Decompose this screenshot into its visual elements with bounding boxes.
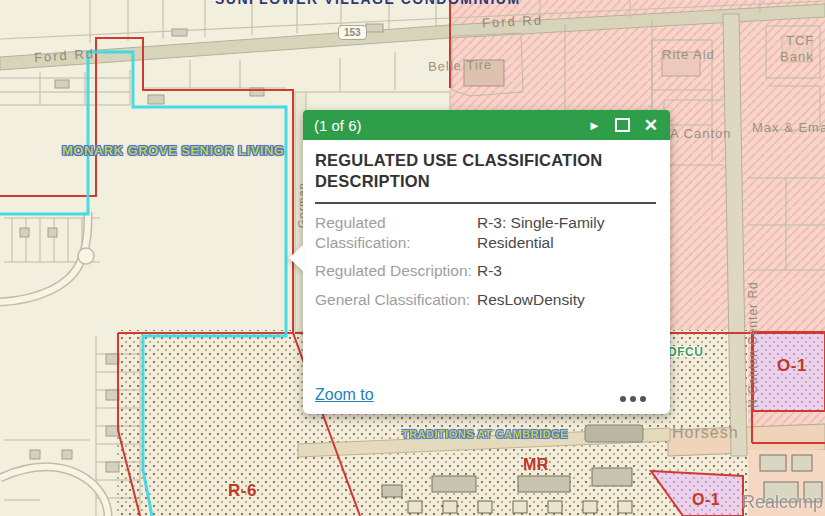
more-options-icon[interactable] — [620, 396, 646, 402]
close-icon[interactable]: ✕ — [644, 115, 658, 136]
feature-info-popup: (1 of 6) ► ✕ REGULATED USE CLASSIFICATIO… — [303, 110, 670, 414]
attribute-value: R-3: Single-Family Residential — [477, 213, 656, 252]
maximize-icon[interactable] — [615, 118, 630, 132]
next-feature-icon[interactable]: ► — [588, 118, 601, 133]
map-screen: SUNFLOWER VILLAGE CONDOMINIUM Ford Rd Fo… — [0, 0, 825, 516]
attribute-label: General Classification: — [315, 290, 477, 310]
attribute-value: R-3 — [477, 261, 656, 281]
attribute-label: Regulated Description: — [315, 261, 477, 281]
popup-title: REGULATED USE CLASSIFICATION DESCRIPTION — [315, 150, 645, 192]
attribute-value: ResLowDensity — [477, 290, 656, 310]
popup-pager: (1 of 6) — [314, 117, 588, 134]
route-153-shield: 153 — [338, 25, 367, 40]
attribute-row: Regulated Classification: R-3: Single-Fa… — [315, 213, 656, 252]
zoom-to-link[interactable]: Zoom to — [315, 386, 374, 404]
popup-header: (1 of 6) ► ✕ — [303, 110, 670, 140]
popup-body: REGULATED USE CLASSIFICATION DESCRIPTION… — [315, 150, 656, 309]
attribute-row: Regulated Description: R-3 — [315, 261, 656, 281]
popup-divider — [315, 202, 656, 204]
attribute-label: Regulated Classification: — [315, 213, 477, 252]
maximize-box-glyph — [615, 118, 630, 132]
popup-pointer — [289, 244, 304, 272]
attribute-row: General Classification: ResLowDensity — [315, 290, 656, 310]
